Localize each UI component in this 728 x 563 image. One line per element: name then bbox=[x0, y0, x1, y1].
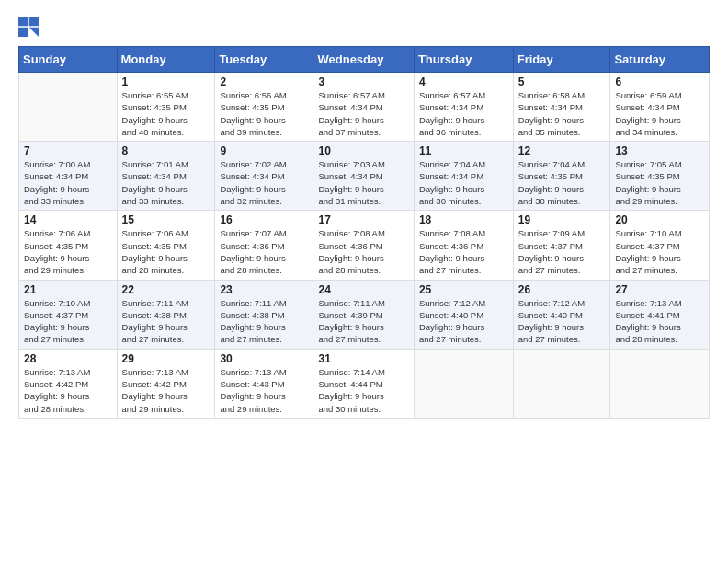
day-info: Sunrise: 7:10 AMSunset: 4:37 PMDaylight:… bbox=[615, 227, 704, 276]
calendar-cell bbox=[513, 349, 610, 418]
day-number: 6 bbox=[615, 75, 704, 88]
calendar-cell bbox=[19, 73, 118, 142]
day-info: Sunrise: 7:06 AMSunset: 4:35 PMDaylight:… bbox=[24, 227, 112, 276]
calendar-cell: 17Sunrise: 7:08 AMSunset: 4:36 PMDayligh… bbox=[313, 211, 414, 280]
calendar-cell: 7Sunrise: 7:00 AMSunset: 4:34 PMDaylight… bbox=[19, 142, 118, 211]
day-info: Sunrise: 7:08 AMSunset: 4:36 PMDaylight:… bbox=[419, 227, 508, 276]
day-info: Sunrise: 7:04 AMSunset: 4:35 PMDaylight:… bbox=[518, 158, 606, 207]
calendar-cell: 1Sunrise: 6:55 AMSunset: 4:35 PMDaylight… bbox=[117, 73, 215, 142]
calendar-cell: 16Sunrise: 7:07 AMSunset: 4:36 PMDayligh… bbox=[215, 211, 313, 280]
day-info: Sunrise: 7:11 AMSunset: 4:39 PMDaylight:… bbox=[318, 297, 408, 346]
day-info: Sunrise: 6:56 AMSunset: 4:35 PMDaylight:… bbox=[220, 89, 308, 138]
day-number: 17 bbox=[318, 213, 408, 226]
day-number: 5 bbox=[518, 75, 606, 88]
day-info: Sunrise: 7:06 AMSunset: 4:35 PMDaylight:… bbox=[122, 227, 210, 276]
day-info: Sunrise: 6:57 AMSunset: 4:34 PMDaylight:… bbox=[419, 89, 508, 138]
day-info: Sunrise: 7:02 AMSunset: 4:34 PMDaylight:… bbox=[220, 158, 308, 207]
day-number: 27 bbox=[615, 283, 704, 296]
day-info: Sunrise: 7:00 AMSunset: 4:34 PMDaylight:… bbox=[24, 158, 112, 207]
calendar-cell: 11Sunrise: 7:04 AMSunset: 4:34 PMDayligh… bbox=[414, 142, 513, 211]
day-info: Sunrise: 7:13 AMSunset: 4:43 PMDaylight:… bbox=[220, 366, 308, 415]
day-number: 10 bbox=[318, 144, 408, 157]
day-number: 21 bbox=[24, 283, 112, 296]
page: SundayMondayTuesdayWednesdayThursdayFrid… bbox=[0, 0, 728, 563]
calendar-cell: 20Sunrise: 7:10 AMSunset: 4:37 PMDayligh… bbox=[610, 211, 710, 280]
day-number: 26 bbox=[518, 283, 606, 296]
day-number: 7 bbox=[24, 144, 112, 157]
day-info: Sunrise: 7:11 AMSunset: 4:38 PMDaylight:… bbox=[220, 297, 308, 346]
calendar-cell: 25Sunrise: 7:12 AMSunset: 4:40 PMDayligh… bbox=[414, 280, 513, 349]
day-number: 13 bbox=[615, 144, 704, 157]
calendar-cell: 5Sunrise: 6:58 AMSunset: 4:34 PMDaylight… bbox=[513, 73, 610, 142]
day-number: 28 bbox=[24, 352, 112, 365]
logo-icon bbox=[18, 17, 39, 37]
day-number: 8 bbox=[122, 144, 210, 157]
svg-rect-0 bbox=[18, 17, 28, 26]
svg-marker-3 bbox=[29, 28, 39, 37]
svg-rect-2 bbox=[18, 28, 28, 37]
logo bbox=[18, 17, 42, 37]
calendar-cell: 14Sunrise: 7:06 AMSunset: 4:35 PMDayligh… bbox=[19, 211, 118, 280]
calendar-cell bbox=[414, 349, 513, 418]
header bbox=[18, 17, 710, 37]
day-info: Sunrise: 7:05 AMSunset: 4:35 PMDaylight:… bbox=[615, 158, 704, 207]
day-info: Sunrise: 6:55 AMSunset: 4:35 PMDaylight:… bbox=[122, 89, 210, 138]
calendar-cell: 18Sunrise: 7:08 AMSunset: 4:36 PMDayligh… bbox=[414, 211, 513, 280]
calendar-cell bbox=[610, 349, 710, 418]
calendar-cell: 27Sunrise: 7:13 AMSunset: 4:41 PMDayligh… bbox=[610, 280, 710, 349]
weekday-header-sunday: Sunday bbox=[19, 47, 118, 73]
calendar-cell: 3Sunrise: 6:57 AMSunset: 4:34 PMDaylight… bbox=[313, 73, 414, 142]
day-info: Sunrise: 7:13 AMSunset: 4:42 PMDaylight:… bbox=[24, 366, 112, 415]
day-info: Sunrise: 7:07 AMSunset: 4:36 PMDaylight:… bbox=[220, 227, 308, 276]
day-info: Sunrise: 7:13 AMSunset: 4:42 PMDaylight:… bbox=[122, 366, 210, 415]
day-info: Sunrise: 7:04 AMSunset: 4:34 PMDaylight:… bbox=[419, 158, 508, 207]
calendar-cell: 9Sunrise: 7:02 AMSunset: 4:34 PMDaylight… bbox=[215, 142, 313, 211]
day-info: Sunrise: 7:12 AMSunset: 4:40 PMDaylight:… bbox=[518, 297, 606, 346]
day-info: Sunrise: 7:08 AMSunset: 4:36 PMDaylight:… bbox=[318, 227, 408, 276]
day-number: 4 bbox=[419, 75, 508, 88]
calendar-cell: 24Sunrise: 7:11 AMSunset: 4:39 PMDayligh… bbox=[313, 280, 414, 349]
day-number: 2 bbox=[220, 75, 308, 88]
day-number: 12 bbox=[518, 144, 606, 157]
weekday-header-wednesday: Wednesday bbox=[313, 47, 414, 73]
calendar-cell: 23Sunrise: 7:11 AMSunset: 4:38 PMDayligh… bbox=[215, 280, 313, 349]
day-number: 16 bbox=[220, 213, 308, 226]
day-info: Sunrise: 6:57 AMSunset: 4:34 PMDaylight:… bbox=[318, 89, 408, 138]
day-number: 30 bbox=[220, 352, 308, 365]
day-info: Sunrise: 7:03 AMSunset: 4:34 PMDaylight:… bbox=[318, 158, 408, 207]
day-number: 24 bbox=[318, 283, 408, 296]
calendar-cell: 28Sunrise: 7:13 AMSunset: 4:42 PMDayligh… bbox=[19, 349, 118, 418]
day-info: Sunrise: 7:13 AMSunset: 4:41 PMDaylight:… bbox=[615, 297, 704, 346]
day-number: 18 bbox=[419, 213, 508, 226]
calendar-cell: 8Sunrise: 7:01 AMSunset: 4:34 PMDaylight… bbox=[117, 142, 215, 211]
calendar-cell: 30Sunrise: 7:13 AMSunset: 4:43 PMDayligh… bbox=[215, 349, 313, 418]
day-info: Sunrise: 7:09 AMSunset: 4:37 PMDaylight:… bbox=[518, 227, 606, 276]
day-number: 3 bbox=[318, 75, 408, 88]
weekday-header-monday: Monday bbox=[117, 47, 215, 73]
svg-rect-1 bbox=[29, 17, 39, 26]
day-number: 23 bbox=[220, 283, 308, 296]
day-number: 15 bbox=[122, 213, 210, 226]
weekday-header-thursday: Thursday bbox=[414, 47, 513, 73]
day-info: Sunrise: 7:01 AMSunset: 4:34 PMDaylight:… bbox=[122, 158, 210, 207]
day-number: 31 bbox=[318, 352, 408, 365]
day-number: 29 bbox=[122, 352, 210, 365]
calendar-cell: 22Sunrise: 7:11 AMSunset: 4:38 PMDayligh… bbox=[117, 280, 215, 349]
weekday-header-saturday: Saturday bbox=[610, 47, 710, 73]
weekday-header-tuesday: Tuesday bbox=[215, 47, 313, 73]
day-number: 22 bbox=[122, 283, 210, 296]
weekday-header-friday: Friday bbox=[513, 47, 610, 73]
day-number: 14 bbox=[24, 213, 112, 226]
day-info: Sunrise: 7:11 AMSunset: 4:38 PMDaylight:… bbox=[122, 297, 210, 346]
day-number: 9 bbox=[220, 144, 308, 157]
calendar-cell: 13Sunrise: 7:05 AMSunset: 4:35 PMDayligh… bbox=[610, 142, 710, 211]
calendar-table: SundayMondayTuesdayWednesdayThursdayFrid… bbox=[18, 46, 710, 419]
day-number: 11 bbox=[419, 144, 508, 157]
calendar-cell: 29Sunrise: 7:13 AMSunset: 4:42 PMDayligh… bbox=[117, 349, 215, 418]
day-info: Sunrise: 6:58 AMSunset: 4:34 PMDaylight:… bbox=[518, 89, 606, 138]
day-info: Sunrise: 7:12 AMSunset: 4:40 PMDaylight:… bbox=[419, 297, 508, 346]
calendar-cell: 21Sunrise: 7:10 AMSunset: 4:37 PMDayligh… bbox=[19, 280, 118, 349]
day-number: 1 bbox=[122, 75, 210, 88]
day-number: 20 bbox=[615, 213, 704, 226]
day-info: Sunrise: 7:10 AMSunset: 4:37 PMDaylight:… bbox=[24, 297, 112, 346]
